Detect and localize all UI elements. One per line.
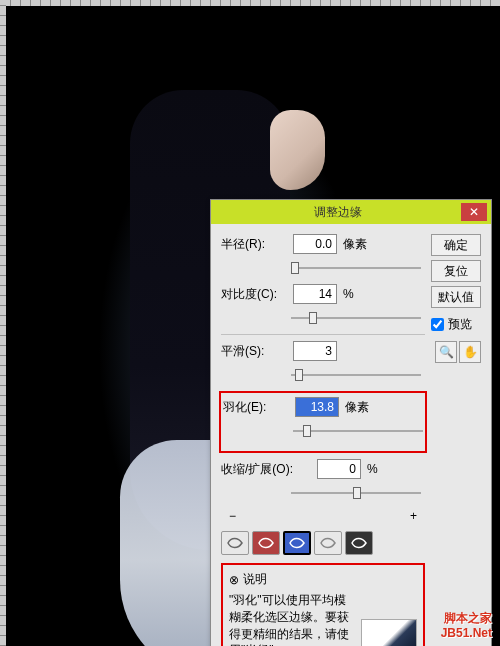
controls-panel: 半径(R): 像素 对比度(C): % 平滑(S): 羽化(E): <box>221 234 425 646</box>
feather-label: 羽化(E): <box>223 399 289 416</box>
shrink-input[interactable] <box>317 459 361 479</box>
preview-checkbox[interactable] <box>431 318 444 331</box>
shrink-markers: − + <box>221 509 425 523</box>
refine-edge-dialog: 调整边缘 ✕ 半径(R): 像素 对比度(C): % 平滑(S): <box>210 199 492 646</box>
feather-row: 羽化(E): 像素 <box>223 397 423 417</box>
contrast-row: 对比度(C): % <box>221 284 425 304</box>
separator <box>221 334 425 335</box>
description-thumbnail <box>361 619 417 646</box>
ruler-left <box>0 0 6 646</box>
preview-mode-5[interactable] <box>345 531 373 555</box>
preview-mode-3[interactable] <box>283 531 311 555</box>
toggle-icon[interactable]: ⊗ <box>229 573 239 587</box>
dialog-title: 调整边缘 <box>215 204 461 221</box>
radius-unit: 像素 <box>343 236 371 253</box>
contrast-label: 对比度(C): <box>221 286 287 303</box>
contrast-slider[interactable] <box>291 310 421 326</box>
preview-check-row: 预览 <box>431 316 481 333</box>
preview-mode-2[interactable] <box>252 531 280 555</box>
feather-highlight-box: 羽化(E): 像素 <box>219 391 427 453</box>
feather-unit: 像素 <box>345 399 373 416</box>
zoom-tool-icon[interactable]: 🔍 <box>435 341 457 363</box>
preview-label: 预览 <box>448 316 472 333</box>
titlebar[interactable]: 调整边缘 ✕ <box>211 200 491 224</box>
radius-slider[interactable] <box>291 260 421 276</box>
ok-button[interactable]: 确定 <box>431 234 481 256</box>
shrink-row: 收缩/扩展(O): % <box>221 459 425 479</box>
reset-button[interactable]: 复位 <box>431 260 481 282</box>
radius-label: 半径(R): <box>221 236 287 253</box>
preview-mode-swatches <box>221 531 425 555</box>
smooth-input[interactable] <box>293 341 337 361</box>
contrast-unit: % <box>343 287 371 301</box>
hand-tool-icon[interactable]: ✋ <box>459 341 481 363</box>
plus-icon: + <box>410 509 417 523</box>
shrink-unit: % <box>367 462 395 476</box>
smooth-row: 平滑(S): <box>221 341 425 361</box>
minus-icon: − <box>229 509 236 523</box>
radius-row: 半径(R): 像素 <box>221 234 425 254</box>
preview-mode-4[interactable] <box>314 531 342 555</box>
ruler-top <box>0 0 500 6</box>
description-label: 说明 <box>243 571 267 588</box>
contrast-input[interactable] <box>293 284 337 304</box>
default-button[interactable]: 默认值 <box>431 286 481 308</box>
feather-slider[interactable] <box>293 423 423 439</box>
preview-mode-1[interactable] <box>221 531 249 555</box>
radius-input[interactable] <box>293 234 337 254</box>
description-box: ⊗ 说明 "羽化"可以使用平均模糊柔化选区边缘。要获得更精细的结果，请使用"半径… <box>221 563 425 646</box>
close-button[interactable]: ✕ <box>461 203 487 221</box>
smooth-label: 平滑(S): <box>221 343 287 360</box>
smooth-slider[interactable] <box>291 367 421 383</box>
button-column: 确定 复位 默认值 预览 🔍 ✋ <box>431 234 481 646</box>
shrink-label: 收缩/扩展(O): <box>221 461 311 478</box>
feather-input[interactable] <box>295 397 339 417</box>
watermark: 脚本之家 JB51.Net <box>441 611 492 640</box>
shrink-slider[interactable] <box>291 485 421 501</box>
